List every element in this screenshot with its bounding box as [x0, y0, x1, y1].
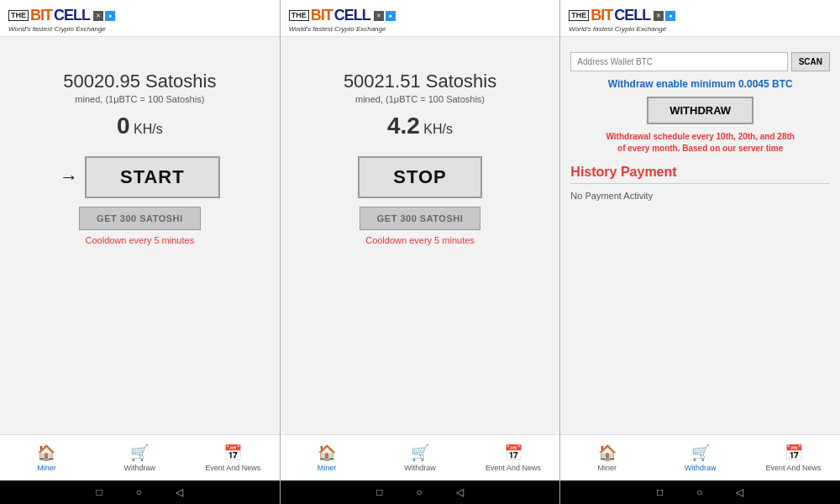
logo-bit-3: BIT [591, 7, 612, 24]
withdraw-icon-2: 🛒 [411, 444, 429, 462]
get-satoshi-button-2[interactable]: GET 300 SATOSHI [360, 207, 480, 230]
events-icon-1: 📅 [223, 444, 242, 462]
cooldown-text-2: Cooldown every 5 minutes [365, 235, 475, 245]
logo-bit-1: BIT [30, 7, 52, 24]
nav-events-1[interactable]: 📅 Event And News [186, 435, 280, 480]
nav-miner-3[interactable]: 🏠 Miner [560, 435, 654, 480]
nav-miner-label-1: Miner [37, 464, 56, 472]
stop-button-2[interactable]: STOP [358, 156, 482, 198]
logo-icon-x-1: ✕ [93, 11, 103, 21]
bottom-nav-1: 🏠 Miner 🛒 Withdraw 📅 Event And News [0, 434, 280, 480]
home-icon-1: 🏠 [37, 444, 55, 462]
no-payment-text: No Payment Activity [570, 191, 830, 201]
withdraw-schedule-text: Withdrawal schedule every 10th, 20th, an… [570, 131, 830, 155]
logo-cell-1: CELL [54, 7, 90, 24]
address-row: SCAN [570, 52, 830, 71]
nav-miner-1[interactable]: 🏠 Miner [0, 435, 93, 480]
android-bar-1: □ ○ ◁ [0, 480, 280, 504]
logo-bit-2: BIT [311, 7, 333, 24]
home-icon-3: 🏠 [598, 444, 617, 462]
logo-icon-x-2: ✕ [374, 11, 384, 21]
nav-events-label-1: Event And News [205, 464, 260, 472]
bottom-nav-3: 🏠 Miner 🛒 Withdraw 📅 Event And News [560, 434, 840, 480]
nav-events-label-3: Event And News [766, 464, 822, 472]
android-bar-2: □ ○ ◁ [281, 480, 560, 504]
logo-cell-3: CELL [614, 7, 650, 24]
nav-miner-label-3: Miner [598, 464, 617, 472]
get-satoshi-button-1[interactable]: GET 300 SATOSHI [79, 207, 200, 230]
main-content-1: 50020.95 Satoshis mined, (1μBTC = 100 Sa… [0, 37, 280, 434]
withdraw-button[interactable]: WITHDRAW [647, 97, 753, 124]
logo-icon-ad-3: ● [665, 11, 675, 21]
events-icon-3: 📅 [785, 444, 803, 462]
withdraw-icon-1: 🛒 [130, 444, 149, 462]
android-circle-3[interactable]: ○ [696, 486, 702, 498]
phone-screen-2: THE BIT CELL ✕ ● World's fastest Crypto … [281, 0, 561, 504]
nav-withdraw-1[interactable]: 🛒 Withdraw [93, 435, 186, 480]
satoshi-amount-1: 50020.95 Satoshis [63, 71, 216, 92]
withdraw-icon-3: 🛒 [691, 444, 710, 462]
android-back-2[interactable]: ◁ [456, 486, 464, 498]
main-content-3: SCAN Withdraw enable minimum 0.0045 BTC … [560, 37, 840, 434]
android-square-2[interactable]: □ [376, 486, 382, 498]
khs-value-2: 4.2 KH/s [387, 113, 453, 139]
main-content-2: 50021.51 Satoshis mined, (1μBTC = 100 Sa… [281, 37, 560, 434]
logo-subtitle-1: World's fastest Crypto Exchange [8, 25, 106, 33]
android-circle-1[interactable]: ○ [136, 486, 142, 498]
start-button-1[interactable]: START [85, 156, 220, 198]
logo-subtitle-3: World's fastest Crypto Exchange [569, 25, 666, 33]
logo-the-2: THE [289, 10, 309, 21]
nav-miner-2[interactable]: 🏠 Miner [281, 435, 374, 480]
satoshi-amount-2: 50021.51 Satoshis [344, 71, 496, 92]
satoshi-sub-2: mined, (1μBTC = 100 Satoshis) [355, 94, 485, 104]
nav-withdraw-label-3: Withdraw [685, 464, 717, 472]
satoshi-sub-1: mined, (1μBTC = 100 Satoshis) [75, 94, 204, 104]
nav-withdraw-2[interactable]: 🛒 Withdraw [374, 435, 467, 480]
logo-icon-ad-1: ● [105, 11, 115, 21]
logo-the-3: THE [569, 10, 589, 21]
nav-miner-label-2: Miner [318, 464, 337, 472]
phone-screen-3: THE BIT CELL ✕ ● World's fastest Crypto … [560, 0, 840, 504]
app-header-3: THE BIT CELL ✕ ● World's fastest Crypto … [560, 0, 840, 37]
khs-value-1: 0 KH/s [117, 113, 163, 139]
android-back-1[interactable]: ◁ [176, 486, 183, 498]
android-bar-3: □ ○ ◁ [560, 480, 840, 504]
app-header-1: THE BIT CELL ✕ ● World's fastest Crypto … [0, 0, 280, 37]
bottom-nav-2: 🏠 Miner 🛒 Withdraw 📅 Event And News [281, 434, 560, 480]
nav-events-label-2: Event And News [486, 464, 541, 472]
logo-icon-x-3: ✕ [654, 11, 664, 21]
android-circle-2[interactable]: ○ [417, 486, 423, 498]
logo-2: THE BIT CELL ✕ ● World's fastest Crypto … [289, 7, 396, 33]
nav-events-3[interactable]: 📅 Event And News [747, 435, 840, 480]
address-input[interactable] [570, 52, 787, 71]
android-back-3[interactable]: ◁ [736, 486, 743, 498]
logo-3: THE BIT CELL ✕ ● World's fastest Crypto … [569, 7, 675, 33]
logo-the-1: THE [8, 10, 29, 21]
nav-withdraw-label-1: Withdraw [124, 464, 156, 472]
nav-withdraw-label-2: Withdraw [404, 464, 436, 472]
android-square-1[interactable]: □ [97, 486, 102, 498]
cooldown-text-1: Cooldown every 5 minutes [86, 235, 195, 245]
min-withdraw-text: Withdraw enable minimum 0.0045 BTC [570, 78, 830, 90]
phone-screen-1: THE BIT CELL ✕ ● World's fastest Crypto … [0, 0, 281, 504]
app-header-2: THE BIT CELL ✕ ● World's fastest Crypto … [281, 0, 560, 37]
withdraw-section: SCAN Withdraw enable minimum 0.0045 BTC … [570, 45, 830, 207]
nav-withdraw-3[interactable]: 🛒 Withdraw [654, 435, 747, 480]
logo-icon-ad-2: ● [386, 11, 396, 21]
events-icon-2: 📅 [504, 444, 522, 462]
history-payment-title: History Payment [570, 165, 830, 184]
scan-button[interactable]: SCAN [791, 52, 830, 71]
logo-cell-2: CELL [334, 7, 370, 24]
logo-subtitle-2: World's fastest Crypto Exchange [289, 25, 386, 33]
logo-1: THE BIT CELL ✕ ● World's fastest Crypto … [8, 7, 115, 33]
nav-events-2[interactable]: 📅 Event And News [466, 435, 559, 480]
home-icon-2: 🏠 [318, 444, 336, 462]
android-square-3[interactable]: □ [657, 486, 663, 498]
arrow-icon-1: → [60, 166, 78, 188]
